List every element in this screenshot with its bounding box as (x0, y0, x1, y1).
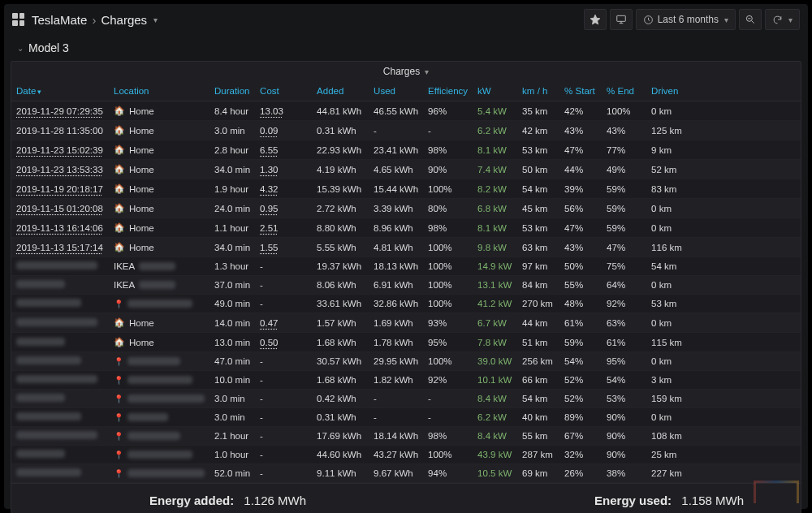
table-row: IKEA1.3 hour-19.37 kWh18.13 kWh100%14.9 … (11, 257, 801, 276)
col-cost[interactable]: Cost (255, 81, 312, 101)
pin-icon: 📍 (114, 450, 123, 459)
cell-kw: 7.8 kW (477, 338, 507, 347)
apps-icon[interactable] (12, 13, 25, 26)
chevron-down-icon: ▾ (425, 67, 429, 76)
cell-date[interactable]: 2019-11-29 07:29:35 (16, 106, 103, 116)
chevron-down-icon[interactable]: ▾ (153, 15, 158, 24)
cell-location[interactable]: 🏠Home (114, 164, 205, 175)
cell-location[interactable]: IKEA (114, 280, 205, 290)
cell-date[interactable]: 2019-11-19 20:18:17 (16, 184, 103, 194)
cell-location[interactable]: 🏠Home (114, 242, 205, 252)
star-button[interactable] (584, 9, 607, 30)
cell-cost[interactable]: 0.95 (260, 204, 278, 213)
zoom-out-button[interactable] (739, 9, 762, 30)
col-kw[interactable]: kW (473, 81, 517, 101)
cell-pct-start: 43% (564, 126, 583, 136)
cell-driven: 0 km (651, 356, 672, 366)
cell-date[interactable]: 2019-11-13 15:17:14 (16, 243, 103, 252)
redacted (16, 261, 97, 269)
cell-kw: 39.0 kW (477, 356, 512, 366)
cell-date[interactable]: 2019-11-23 15:02:39 (16, 145, 103, 155)
cell-location[interactable]: 🏠Home (114, 183, 205, 194)
cell-pct-end: 59% (607, 223, 625, 233)
cell-location[interactable]: 📍 (114, 376, 205, 385)
redacted (16, 338, 65, 346)
col-used[interactable]: Used (369, 81, 423, 101)
cell-location[interactable]: 📍 (114, 394, 205, 403)
cell-location[interactable]: 🏠Home (114, 203, 205, 213)
cell-kw: 9.8 kW (477, 243, 507, 252)
table-row: 2019-11-19 20:18:17🏠Home1.9 hour4.3215.3… (11, 179, 801, 199)
time-range-picker[interactable]: Last 6 months ▾ (636, 9, 736, 30)
cell-kmh: 53 km (522, 145, 547, 155)
cell-cost[interactable]: 6.55 (260, 145, 278, 155)
section-header[interactable]: ⌄ Model 3 (7, 35, 805, 61)
cell-cost[interactable]: 4.32 (260, 184, 278, 194)
cell-date[interactable]: 2019-11-13 16:14:06 (16, 223, 103, 233)
cell-location[interactable]: IKEA (114, 261, 205, 271)
cell-kmh: 50 km (522, 165, 547, 175)
col-date[interactable]: Date▾ (11, 81, 109, 101)
cell-location[interactable]: 🏠Home (114, 144, 205, 155)
cell-duration: 1.3 hour (214, 261, 248, 271)
cell-location[interactable]: 📍 (114, 432, 205, 441)
col-driven[interactable]: Driven (646, 81, 801, 101)
cell-cost: - (260, 431, 263, 441)
cell-duration: 34.0 min (214, 165, 250, 175)
cell-cost[interactable]: 2.51 (260, 223, 278, 233)
cell-date[interactable]: 2019-11-15 01:20:08 (16, 204, 103, 213)
cell-cost[interactable]: 13.03 (260, 106, 283, 116)
panel-title[interactable]: Charges ▾ (11, 62, 801, 81)
redacted (139, 262, 175, 270)
cell-kmh: 54 km (522, 394, 547, 403)
cell-added: 44.60 kWh (317, 450, 361, 459)
cell-cost[interactable]: 0.47 (260, 318, 278, 328)
cell-efficiency: - (428, 412, 431, 422)
cell-location[interactable]: 📍 (114, 413, 205, 422)
cell-duration: 3.0 min (214, 394, 245, 403)
redacted (16, 299, 81, 307)
chevron-right-icon: › (92, 13, 96, 27)
cell-location[interactable]: 📍 (114, 469, 205, 478)
col-location[interactable]: Location (109, 81, 209, 101)
cell-efficiency: 92% (428, 375, 447, 385)
col-added[interactable]: Added (312, 81, 369, 101)
clock-icon (643, 15, 654, 25)
cell-cost[interactable]: 0.50 (260, 338, 278, 347)
col-kmh[interactable]: km / h (517, 81, 559, 101)
cell-location[interactable]: 🏠Home (114, 106, 205, 116)
table-row: 📍10.0 min-1.68 kWh1.82 kWh92%10.1 kW66 k… (11, 371, 801, 390)
col-pct-start[interactable]: % Start (559, 81, 602, 101)
cell-used: 46.55 kWh (374, 106, 418, 116)
breadcrumb-root[interactable]: TeslaMate (32, 13, 87, 27)
cell-driven: 54 km (651, 261, 676, 271)
cell-location[interactable]: 🏠Home (114, 317, 205, 328)
cell-efficiency: 95% (428, 338, 447, 347)
cell-location[interactable]: 📍 (114, 300, 205, 308)
monitor-button[interactable] (610, 9, 633, 30)
cell-location[interactable]: 📍 (114, 450, 205, 459)
cell-location[interactable]: 🏠Home (114, 125, 205, 136)
cell-cost[interactable]: 0.09 (260, 126, 278, 136)
charges-table: Date▾ Location Duration Cost Added Used … (11, 81, 801, 483)
cell-cost[interactable]: 1.55 (260, 243, 278, 252)
table-row: 🏠Home13.0 min0.501.68 kWh1.78 kWh95%7.8 … (11, 333, 801, 352)
cell-cost[interactable]: 1.30 (260, 165, 278, 175)
cell-date[interactable]: 2019-11-23 13:53:33 (16, 165, 103, 175)
col-duration[interactable]: Duration (209, 81, 255, 101)
cell-used: - (374, 412, 377, 422)
refresh-button[interactable]: ▾ (765, 9, 800, 30)
cell-location[interactable]: 🏠Home (114, 337, 205, 347)
cell-efficiency: 98% (428, 223, 447, 233)
breadcrumb-page[interactable]: Charges (101, 13, 147, 27)
cell-location[interactable]: 📍 (114, 357, 205, 366)
refresh-icon (772, 15, 783, 25)
cell-added: 4.19 kWh (317, 165, 356, 175)
cell-driven: 108 km (651, 431, 682, 441)
col-pct-end[interactable]: % End (602, 81, 646, 101)
col-efficiency[interactable]: Efficiency (423, 81, 473, 101)
location-label: Home (129, 223, 154, 233)
cell-added: 9.11 kWh (317, 468, 356, 478)
cell-kmh: 287 km (522, 450, 553, 459)
cell-location[interactable]: 🏠Home (114, 222, 205, 233)
